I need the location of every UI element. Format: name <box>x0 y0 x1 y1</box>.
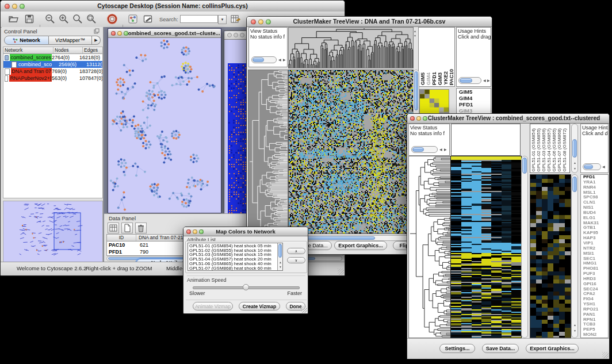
network-view-title-bar[interactable]: combined_scores_good.txt--cluste... <box>108 29 221 38</box>
scroll-thumb[interactable] <box>412 147 424 152</box>
row-dendrogram-canvas[interactable] <box>408 156 451 338</box>
scroll-left-arrow-icon[interactable]: ◀ <box>439 148 442 151</box>
gene-list-item[interactable]: GIM5 <box>458 89 491 95</box>
zoom-selected-region-icon[interactable] <box>86 13 97 25</box>
col-edges[interactable]: Edges <box>83 47 102 53</box>
close-button[interactable] <box>186 229 191 234</box>
minimize-button[interactable] <box>193 229 197 234</box>
scroll-down-arrow-icon[interactable]: ▼ <box>414 34 416 37</box>
tab-vizmapper[interactable]: VizMapper™ <box>49 36 92 45</box>
scroll-thumb[interactable] <box>584 164 593 169</box>
heatmap-canvas[interactable] <box>450 156 522 338</box>
scroll-left-arrow-icon[interactable]: ◀ <box>602 165 605 168</box>
column-label[interactable]: GPL51-06 (GSM865) <box>552 128 557 172</box>
zoom-button[interactable] <box>266 19 271 24</box>
delete-attribute-button[interactable] <box>135 223 147 233</box>
summary-heatmap-canvas[interactable] <box>530 174 571 338</box>
network-table-row[interactable]: DNA and Tran 07 769(0) 183728(0) <box>3 68 102 75</box>
column-label[interactable]: GPL51-02 (GSM855) <box>536 128 541 172</box>
network-canvas[interactable] <box>109 38 219 212</box>
column-label[interactable]: GPL51-08 (GSM872) <box>562 128 567 172</box>
scroll-up-arrow-icon[interactable]: ▲ <box>573 161 576 164</box>
zoom-button[interactable] <box>199 229 204 234</box>
column-label[interactable]: PAC10 <box>449 69 454 85</box>
column-label[interactable]: GPL51-01 (GSM854) <box>531 128 536 172</box>
column-label[interactable]: YKE2 <box>443 71 449 85</box>
scroll-thumb[interactable] <box>414 71 418 110</box>
create-vizmap-button[interactable]: Create Vizmap <box>239 302 280 311</box>
scroll-up-arrow-icon[interactable]: ▲ <box>279 260 282 264</box>
tab-network[interactable]: Network <box>4 36 49 45</box>
gene-list-item[interactable]: PFD1 <box>458 101 491 108</box>
tab-overflow[interactable]: ▶ <box>92 36 101 45</box>
column-labels-scrollbar[interactable]: ▲ ▼ <box>571 124 578 173</box>
scroll-up-arrow-icon[interactable]: ▲ <box>573 323 576 327</box>
scroll-thumb[interactable] <box>572 177 577 192</box>
scroll-right-arrow-icon[interactable]: ▶ <box>283 58 286 62</box>
network-table-row[interactable]: combined_sco 2569(6) 13112(15) <box>3 61 102 68</box>
minimize-button[interactable] <box>258 19 263 24</box>
help-lifering-icon[interactable] <box>106 13 118 25</box>
scroll-down-arrow-icon[interactable]: ▼ <box>573 329 576 332</box>
column-label[interactable]: GPL51-04 (GSM857) <box>546 128 552 172</box>
scroll-thumb[interactable] <box>278 244 282 258</box>
save-session-icon[interactable] <box>24 13 35 25</box>
gene-list-panel[interactable]: PFD1YRA1RNR4MSL1SPC98CLN1NIS1BUD4ELG1MAK… <box>580 174 609 338</box>
close-button[interactable] <box>410 116 415 121</box>
column-label[interactable]: GPL51-07 (GSM868) <box>557 128 562 172</box>
scroll-up-arrow-icon[interactable]: ▲ <box>414 29 416 33</box>
scroll-right-arrow-icon[interactable]: ▶ <box>487 79 490 82</box>
attribute-browser-icon[interactable] <box>230 13 241 25</box>
new-attribute-button[interactable] <box>121 223 133 233</box>
settings-button[interactable]: Settings... <box>439 344 475 353</box>
minimize-button[interactable] <box>117 31 122 36</box>
map-dialog-title-bar[interactable]: Map Colors to Network <box>183 227 308 236</box>
heatmap-canvas[interactable] <box>288 70 414 234</box>
scroll-thumb[interactable] <box>460 78 472 83</box>
export-graphics-button[interactable]: Export Graphics... <box>526 344 579 353</box>
column-label[interactable]: GPL51-03 (GSM856) <box>541 128 546 172</box>
export-graphics-button[interactable]: Export Graphics... <box>334 241 387 250</box>
attribute-item[interactable]: GPL51-07 (GSM868) heat shock 60 min <box>188 266 277 271</box>
scroll-left-arrow-icon[interactable]: ◀ <box>278 58 281 62</box>
gene-list-item[interactable]: MON2 <box>582 332 608 338</box>
select-attributes-button[interactable] <box>108 223 119 233</box>
attribute-list[interactable]: GPL51-01 (GSM854) heat shock 05 minGPL51… <box>188 243 283 271</box>
summary-heatmap-canvas[interactable] <box>419 89 449 117</box>
treeview1-title-bar[interactable]: ClusterMaker TreeView : DNA and Tran 07-… <box>247 17 492 27</box>
scroll-down-arrow-icon[interactable]: ▼ <box>573 167 576 170</box>
search-input[interactable] <box>180 15 218 23</box>
save-data-button[interactable]: Save Data... <box>482 344 519 353</box>
col-network[interactable]: Network <box>3 47 53 53</box>
col-nodes[interactable]: Nodes <box>53 47 83 53</box>
view-status-scrollbar[interactable] <box>251 56 277 63</box>
close-button[interactable] <box>111 31 116 36</box>
overview-canvas[interactable] <box>3 201 101 261</box>
minimize-button[interactable] <box>416 116 421 121</box>
scroll-right-arrow-icon[interactable]: ▶ <box>444 148 447 151</box>
zoom-button[interactable] <box>20 3 25 9</box>
scroll-thumb[interactable] <box>300 236 375 240</box>
zoom-button[interactable] <box>423 116 427 121</box>
zoom-in-icon[interactable] <box>58 13 70 25</box>
column-label[interactable]: GIM4 <box>426 72 431 85</box>
zoom-button[interactable] <box>240 33 244 37</box>
attribute-list-scrollbar[interactable]: ▲ ▼ <box>277 243 282 270</box>
heatmap-vscrollbar[interactable] <box>521 156 528 338</box>
animation-speed-slider[interactable] <box>193 286 300 289</box>
column-label[interactable]: GIM5 <box>420 72 426 85</box>
network-table-row[interactable]: RNAPuberNov2+| 563(0) 107847(0) <box>3 75 102 82</box>
zoom-out-icon[interactable] <box>44 13 56 25</box>
column-label[interactable]: GIM3 <box>437 72 443 85</box>
close-button[interactable] <box>251 19 256 24</box>
gene-list-item[interactable]: GIM4 <box>458 95 491 101</box>
annotation-icon[interactable] <box>142 13 154 25</box>
data-col-id[interactable]: ID <box>107 235 136 241</box>
resize-grip[interactable] <box>338 269 344 275</box>
cytoscape-title-bar[interactable]: Cytoscape Desktop (Session Name: collins… <box>1 1 345 12</box>
open-session-icon[interactable] <box>7 13 19 25</box>
vizmapper-shortcut-icon[interactable] <box>127 13 139 25</box>
column-label[interactable]: PFD1 <box>431 72 437 85</box>
scroll-down-arrow-icon[interactable]: ▼ <box>279 265 282 269</box>
column-dendrogram-panel[interactable] <box>451 124 521 156</box>
